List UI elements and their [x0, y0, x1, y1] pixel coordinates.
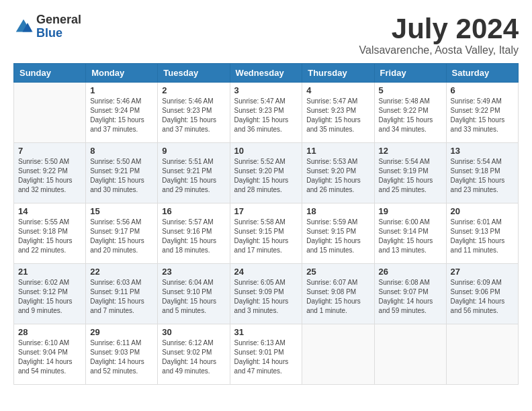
- calendar-cell: 6Sunrise: 5:49 AM Sunset: 9:22 PM Daylig…: [446, 83, 518, 143]
- logo: General Blue: [13, 13, 81, 40]
- calendar-cell: 29Sunrise: 6:11 AM Sunset: 9:03 PM Dayli…: [86, 324, 158, 385]
- day-number: 10: [234, 146, 298, 156]
- weekday-header-sunday: Sunday: [14, 64, 86, 83]
- calendar-cell: 18Sunrise: 5:59 AM Sunset: 9:15 PM Dayli…: [302, 203, 374, 264]
- calendar-cell: [14, 83, 86, 143]
- calendar-cell: [446, 324, 518, 385]
- calendar-week-row: 1Sunrise: 5:46 AM Sunset: 9:24 PM Daylig…: [14, 83, 519, 143]
- day-info: Sunrise: 6:07 AM Sunset: 9:08 PM Dayligh…: [306, 278, 369, 316]
- day-number: 21: [18, 267, 81, 277]
- calendar-week-row: 28Sunrise: 6:10 AM Sunset: 9:04 PM Dayli…: [14, 324, 519, 385]
- day-number: 16: [162, 206, 225, 216]
- location: Valsavarenche, Aosta Valley, Italy: [359, 44, 519, 56]
- calendar-cell: 28Sunrise: 6:10 AM Sunset: 9:04 PM Dayli…: [14, 324, 86, 385]
- day-info: Sunrise: 6:01 AM Sunset: 9:13 PM Dayligh…: [451, 218, 514, 255]
- day-info: Sunrise: 5:59 AM Sunset: 9:15 PM Dayligh…: [306, 218, 369, 255]
- calendar-cell: [302, 324, 374, 385]
- day-number: 15: [90, 206, 153, 216]
- calendar-cell: 9Sunrise: 5:51 AM Sunset: 9:21 PM Daylig…: [158, 143, 230, 203]
- day-info: Sunrise: 5:57 AM Sunset: 9:16 PM Dayligh…: [162, 218, 225, 255]
- day-info: Sunrise: 6:08 AM Sunset: 9:07 PM Dayligh…: [379, 278, 442, 316]
- day-number: 8: [90, 146, 153, 156]
- day-info: Sunrise: 5:49 AM Sunset: 9:22 PM Dayligh…: [451, 97, 514, 134]
- day-number: 4: [306, 85, 369, 95]
- day-number: 29: [90, 327, 153, 337]
- day-info: Sunrise: 5:58 AM Sunset: 9:15 PM Dayligh…: [234, 218, 298, 255]
- day-info: Sunrise: 5:56 AM Sunset: 9:17 PM Dayligh…: [90, 218, 153, 255]
- day-info: Sunrise: 6:02 AM Sunset: 9:12 PM Dayligh…: [18, 278, 81, 316]
- day-number: 24: [234, 267, 298, 277]
- calendar-cell: 16Sunrise: 5:57 AM Sunset: 9:16 PM Dayli…: [158, 203, 230, 264]
- weekday-header-row: SundayMondayTuesdayWednesdayThursdayFrid…: [14, 64, 519, 83]
- day-number: 12: [379, 146, 442, 156]
- logo-general: General: [36, 13, 81, 27]
- day-number: 1: [90, 85, 153, 95]
- day-number: 19: [379, 206, 442, 216]
- weekday-header-thursday: Thursday: [302, 64, 374, 83]
- calendar-cell: 23Sunrise: 6:04 AM Sunset: 9:10 PM Dayli…: [158, 264, 230, 324]
- day-number: 9: [162, 146, 225, 156]
- day-number: 14: [18, 206, 81, 216]
- day-number: 25: [306, 267, 369, 277]
- calendar-cell: 10Sunrise: 5:52 AM Sunset: 9:20 PM Dayli…: [230, 143, 302, 203]
- day-info: Sunrise: 5:52 AM Sunset: 9:20 PM Dayligh…: [234, 157, 298, 195]
- day-number: 5: [379, 85, 442, 95]
- day-info: Sunrise: 5:54 AM Sunset: 9:19 PM Dayligh…: [379, 157, 442, 195]
- weekday-header-wednesday: Wednesday: [230, 64, 302, 83]
- calendar-cell: 17Sunrise: 5:58 AM Sunset: 9:15 PM Dayli…: [230, 203, 302, 264]
- calendar-cell: 14Sunrise: 5:55 AM Sunset: 9:18 PM Dayli…: [14, 203, 86, 264]
- day-number: 17: [234, 206, 298, 216]
- calendar-cell: 1Sunrise: 5:46 AM Sunset: 9:24 PM Daylig…: [86, 83, 158, 143]
- day-number: 20: [451, 206, 514, 216]
- weekday-header-saturday: Saturday: [446, 64, 518, 83]
- logo-icon: [13, 17, 34, 37]
- calendar-cell: 31Sunrise: 6:13 AM Sunset: 9:01 PM Dayli…: [230, 324, 302, 385]
- day-info: Sunrise: 5:50 AM Sunset: 9:21 PM Dayligh…: [90, 157, 153, 195]
- day-info: Sunrise: 6:05 AM Sunset: 9:09 PM Dayligh…: [234, 278, 298, 316]
- day-info: Sunrise: 5:47 AM Sunset: 9:23 PM Dayligh…: [234, 97, 298, 134]
- day-info: Sunrise: 5:53 AM Sunset: 9:20 PM Dayligh…: [306, 157, 369, 195]
- calendar-cell: 12Sunrise: 5:54 AM Sunset: 9:19 PM Dayli…: [374, 143, 446, 203]
- day-number: 27: [451, 267, 514, 277]
- calendar-cell: 5Sunrise: 5:48 AM Sunset: 9:22 PM Daylig…: [374, 83, 446, 143]
- calendar-cell: 11Sunrise: 5:53 AM Sunset: 9:20 PM Dayli…: [302, 143, 374, 203]
- calendar-cell: 15Sunrise: 5:56 AM Sunset: 9:17 PM Dayli…: [86, 203, 158, 264]
- calendar-cell: 4Sunrise: 5:47 AM Sunset: 9:23 PM Daylig…: [302, 83, 374, 143]
- day-info: Sunrise: 6:10 AM Sunset: 9:04 PM Dayligh…: [18, 338, 81, 376]
- calendar-table: SundayMondayTuesdayWednesdayThursdayFrid…: [13, 63, 519, 385]
- calendar-cell: 20Sunrise: 6:01 AM Sunset: 9:13 PM Dayli…: [446, 203, 518, 264]
- day-info: Sunrise: 5:51 AM Sunset: 9:21 PM Dayligh…: [162, 157, 225, 195]
- logo-blue: Blue: [36, 27, 81, 40]
- day-number: 2: [162, 85, 225, 95]
- calendar-cell: 8Sunrise: 5:50 AM Sunset: 9:21 PM Daylig…: [86, 143, 158, 203]
- day-info: Sunrise: 5:47 AM Sunset: 9:23 PM Dayligh…: [306, 97, 369, 134]
- day-info: Sunrise: 6:04 AM Sunset: 9:10 PM Dayligh…: [162, 278, 225, 316]
- weekday-header-friday: Friday: [374, 64, 446, 83]
- day-number: 6: [451, 85, 514, 95]
- calendar-cell: 19Sunrise: 6:00 AM Sunset: 9:14 PM Dayli…: [374, 203, 446, 264]
- day-info: Sunrise: 5:54 AM Sunset: 9:18 PM Dayligh…: [451, 157, 514, 195]
- title-area: July 2024 Valsavarenche, Aosta Valley, I…: [359, 13, 519, 56]
- calendar-cell: 3Sunrise: 5:47 AM Sunset: 9:23 PM Daylig…: [230, 83, 302, 143]
- calendar-cell: 24Sunrise: 6:05 AM Sunset: 9:09 PM Dayli…: [230, 264, 302, 324]
- day-info: Sunrise: 5:46 AM Sunset: 9:23 PM Dayligh…: [162, 97, 225, 134]
- day-info: Sunrise: 5:48 AM Sunset: 9:22 PM Dayligh…: [379, 97, 442, 134]
- calendar-week-row: 21Sunrise: 6:02 AM Sunset: 9:12 PM Dayli…: [14, 264, 519, 324]
- day-info: Sunrise: 5:50 AM Sunset: 9:22 PM Dayligh…: [18, 157, 81, 195]
- day-number: 13: [451, 146, 514, 156]
- day-number: 11: [306, 146, 369, 156]
- weekday-header-monday: Monday: [86, 64, 158, 83]
- day-number: 7: [18, 146, 81, 156]
- day-info: Sunrise: 6:12 AM Sunset: 9:02 PM Dayligh…: [162, 338, 225, 376]
- calendar-cell: 21Sunrise: 6:02 AM Sunset: 9:12 PM Dayli…: [14, 264, 86, 324]
- day-info: Sunrise: 6:11 AM Sunset: 9:03 PM Dayligh…: [90, 338, 153, 376]
- day-number: 22: [90, 267, 153, 277]
- day-info: Sunrise: 6:13 AM Sunset: 9:01 PM Dayligh…: [234, 338, 298, 376]
- calendar-week-row: 7Sunrise: 5:50 AM Sunset: 9:22 PM Daylig…: [14, 143, 519, 203]
- calendar-cell: 26Sunrise: 6:08 AM Sunset: 9:07 PM Dayli…: [374, 264, 446, 324]
- day-number: 3: [234, 85, 298, 95]
- calendar-cell: 2Sunrise: 5:46 AM Sunset: 9:23 PM Daylig…: [158, 83, 230, 143]
- page-header: General Blue July 2024 Valsavarenche, Ao…: [13, 13, 519, 56]
- calendar-cell: 25Sunrise: 6:07 AM Sunset: 9:08 PM Dayli…: [302, 264, 374, 324]
- day-number: 30: [162, 327, 225, 337]
